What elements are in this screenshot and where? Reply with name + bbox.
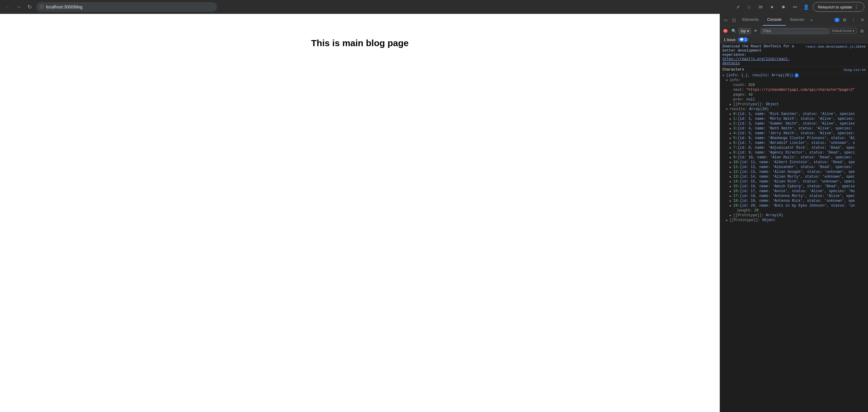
more-tabs-button[interactable]: » [809, 18, 815, 22]
react-devtools-link[interactable]: https://reactjs.org/link/react-devtools [722, 57, 789, 65]
tree-result-5[interactable]: 5: {id: 6, name: 'Abadango Cluster Princ… [720, 136, 868, 141]
characters-entry: Characters blog.tsx:44 [720, 67, 868, 73]
context-label: top [741, 29, 746, 33]
profile-button[interactable]: 👤 [801, 2, 811, 12]
extensions-button[interactable]: ⚯ [790, 2, 800, 12]
context-selector[interactable]: top ▾ [739, 28, 751, 34]
toggle-root-prototype[interactable] [726, 218, 730, 222]
content-area: This is main blog page ▭ ◫ Elements Cons… [0, 14, 868, 412]
default-levels-button[interactable]: Default levels ▾ [830, 28, 857, 34]
extension-button2[interactable]: ■ [778, 2, 788, 12]
address-bar: ⓘ [36, 2, 217, 12]
info-icon: i [795, 73, 799, 78]
tree-result-10[interactable]: 10: {id: 11, name: 'Albert Einstein', st… [720, 160, 868, 165]
tree-result-17[interactable]: 17: {id: 18, name: 'Antenna Morty', stat… [720, 194, 868, 199]
toggle-results[interactable] [726, 107, 730, 111]
toggle-info[interactable] [726, 78, 730, 82]
toggle-9[interactable] [730, 155, 733, 159]
tree-result-12[interactable]: 12: {id: 13, name: 'Alien Googah', statu… [720, 170, 868, 174]
tab-sources[interactable]: Sources [786, 14, 809, 26]
toggle-17[interactable] [730, 194, 733, 198]
react-devtools-source: react-dom.development.js:29840 [806, 45, 866, 49]
toggle-19[interactable] [730, 204, 733, 208]
eye-button[interactable]: 👁 [752, 27, 760, 35]
toggle-13[interactable] [730, 175, 733, 179]
devtools-close-button[interactable]: ✕ [858, 16, 867, 24]
toggle-6[interactable] [730, 141, 733, 145]
device-toggle-button[interactable]: ◫ [730, 16, 738, 24]
tree-result-7[interactable]: 7: {id: 8, name: 'Adjudicator Rick', sta… [720, 145, 868, 150]
extension-button1[interactable]: ● [767, 2, 777, 12]
tree-result-18[interactable]: 18: {id: 19, name: 'Antenna Rick', statu… [720, 199, 868, 203]
filter-icon-button[interactable]: 🔍 [730, 27, 738, 35]
toggle-array-prototype[interactable] [730, 213, 733, 217]
devtools-tabs: Elements Console Sources » [738, 14, 834, 26]
toggle-8[interactable] [730, 150, 733, 155]
browser-toolbar-actions: ↗ ☆ ✉ ● ■ ⚯ 👤 Relaunch to update ⋮ [733, 2, 864, 12]
console-settings-button[interactable]: ⚙ [858, 27, 866, 35]
react-devtools-entry: Download the React DevTools for a better… [720, 43, 868, 67]
bookmark-button[interactable]: ☆ [744, 2, 754, 12]
toggle-18[interactable] [730, 199, 733, 203]
toggle-info-prototype[interactable] [730, 102, 733, 107]
toggle-11[interactable] [730, 165, 733, 169]
reload-button[interactable]: ↻ [25, 3, 34, 11]
tree-result-8[interactable]: 8: {id: 9, name: 'Agency Director', stat… [720, 150, 868, 155]
console-output[interactable]: Download the React DevTools for a better… [720, 43, 868, 412]
toggle-14[interactable] [730, 179, 733, 184]
tree-result-15[interactable]: 15: {id: 16, name: 'Amish Cyborg', statu… [720, 184, 868, 189]
tree-count: count: 826 [720, 83, 868, 87]
tree-info-prototype[interactable]: [[Prototype]]: Object [720, 102, 868, 107]
tree-root[interactable]: {info: {…}, results: Array(20)} i [720, 73, 868, 78]
toggle-5[interactable] [730, 136, 733, 140]
devtools-topbar-right: 1 ⚙ ⋮ ✕ [834, 16, 867, 24]
tree-root-prototype[interactable]: [[Prototype]]: Object [720, 218, 868, 223]
toggle-4[interactable] [730, 131, 733, 136]
email-icon-button[interactable]: ✉ [755, 2, 765, 12]
tab-console[interactable]: Console [763, 14, 786, 26]
issues-count-badge: 💬 1 [738, 37, 748, 42]
devtools-panel: ▭ ◫ Elements Console Sources » 1 ⚙ ⋮ ✕ [720, 14, 868, 412]
tree-result-13[interactable]: 13: {id: 14, name: 'Alien Morty', status… [720, 174, 868, 179]
tree-result-19[interactable]: 19: {id: 20, name: 'Ants in my Eyes John… [720, 203, 868, 208]
tree-result-0[interactable]: 0: {id: 1, name: 'Rick Sanchez', status:… [720, 112, 868, 116]
tree-result-3[interactable]: 3: {id: 4, name: 'Beth Smith', status: '… [720, 126, 868, 131]
inspect-element-button[interactable]: ▭ [721, 16, 730, 24]
tab-elements[interactable]: Elements [738, 14, 763, 26]
filter-input[interactable] [761, 28, 829, 34]
tree-result-14[interactable]: 14: {id: 15, name: 'Alien Rick', status:… [720, 179, 868, 184]
toggle-12[interactable] [730, 170, 733, 174]
toggle-1[interactable] [730, 117, 733, 121]
tree-result-6[interactable]: 6: {id: 7, name: 'Abradolf Lincler', sta… [720, 141, 868, 145]
toggle-2[interactable] [730, 122, 733, 126]
tree-result-16[interactable]: 16: {id: 17, name: 'Annie', status: 'Ali… [720, 189, 868, 194]
tree-result-9[interactable]: 9: {id: 10, name: 'Alan Rails', status: … [720, 155, 868, 160]
tree-info[interactable]: info: [720, 78, 868, 83]
lock-icon: ⓘ [40, 4, 44, 10]
react-devtools-text2: experience: [722, 53, 746, 57]
react-devtools-source-link[interactable]: react-dom.development.js:29840 [806, 45, 866, 49]
url-input[interactable] [46, 4, 213, 9]
toggle-10[interactable] [730, 160, 733, 165]
toggle-16[interactable] [730, 189, 733, 193]
tree-array-prototype[interactable]: [[Prototype]]: Array(0) [720, 213, 868, 218]
tree-result-4[interactable]: 4: {id: 5, name: 'Jerry Smith', status: … [720, 131, 868, 136]
toggle-0[interactable] [730, 112, 733, 116]
share-button[interactable]: ↗ [733, 2, 742, 12]
tree-results[interactable]: results: Array(20) [720, 107, 868, 112]
devtools-topbar: ▭ ◫ Elements Console Sources » 1 ⚙ ⋮ ✕ [720, 14, 868, 26]
blog-source-link[interactable]: blog.tsx:44 [844, 68, 866, 72]
devtools-more-button[interactable]: ⋮ [849, 16, 858, 24]
toggle-7[interactable] [730, 146, 733, 150]
toggle-root[interactable] [722, 73, 726, 78]
forward-button[interactable]: → [14, 3, 23, 11]
toggle-15[interactable] [730, 184, 733, 188]
relaunch-button[interactable]: Relaunch to update ⋮ [813, 2, 864, 12]
tree-result-2[interactable]: 2: {id: 3, name: 'Summer Smith', status:… [720, 121, 868, 126]
tree-result-11[interactable]: 11: {id: 12, name: 'Alexander', status: … [720, 165, 868, 170]
clear-console-button[interactable]: ⛔ [722, 27, 729, 35]
toggle-3[interactable] [730, 126, 733, 130]
tree-result-1[interactable]: 1: {id: 2, name: 'Morty Smith', status: … [720, 116, 868, 121]
back-button[interactable]: ← [4, 3, 12, 11]
devtools-settings-button[interactable]: ⚙ [840, 16, 849, 24]
